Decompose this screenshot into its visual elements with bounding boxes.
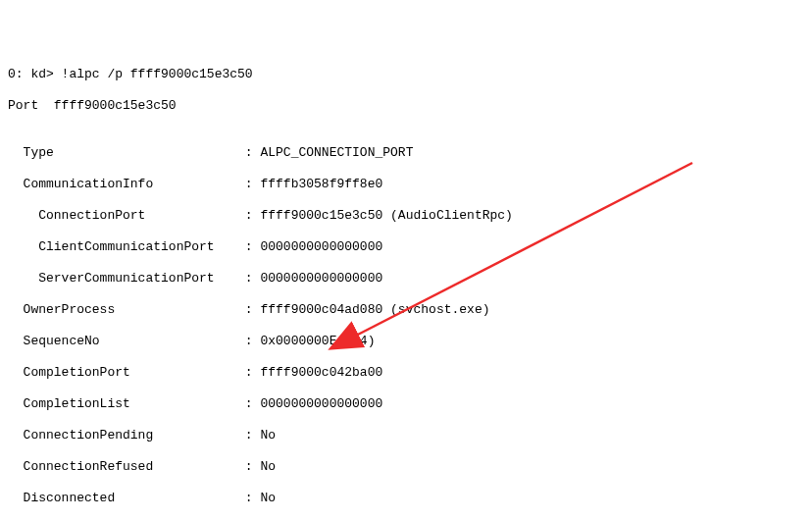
field-row: ServerCommunicationPort : 00000000000000… (8, 271, 804, 287)
field-row: SequenceNo : 0x0000000E (14) (8, 334, 804, 349)
field-row: ConnectionPort : ffff9000c15e3c50 (Audio… (8, 208, 804, 224)
field-label: ClientCommunicationPort (8, 239, 245, 254)
field-row: CompletionList : 0000000000000000 (8, 396, 804, 412)
field-value: : No (245, 491, 276, 505)
field-label: Type (8, 145, 245, 160)
field-row: OwnerProcess : ffff9000c04ad080 (svchost… (8, 302, 804, 318)
field-value: : 0000000000000000 (245, 396, 382, 411)
field-label: CommunicationInfo (8, 177, 245, 191)
field-value: : 0000000000000000 (245, 271, 382, 286)
field-label: OwnerProcess (8, 302, 245, 317)
field-value: : No (245, 428, 276, 443)
field-row: CompletionPort : ffff9000c042ba00 (8, 365, 804, 381)
field-value: : ffffb3058f9ff8e0 (245, 177, 382, 191)
field-value: : ffff9000c15e3c50 (AudioClientRpc) (245, 208, 513, 223)
field-label: ConnectionPort (8, 208, 245, 223)
field-value: : ffff9000c04ad080 (svchost.exe) (245, 302, 490, 317)
field-row: CommunicationInfo : ffffb3058f9ff8e0 (8, 177, 804, 192)
field-label: ServerCommunicationPort (8, 271, 245, 286)
field-value: : ALPC_CONNECTION_PORT (245, 145, 414, 160)
field-label: CompletionList (8, 396, 245, 411)
field-label: SequenceNo (8, 334, 245, 348)
field-row: Disconnected : No (8, 491, 804, 506)
field-row: ConnectionPending : No (8, 428, 804, 443)
field-value: : ffff9000c042ba00 (245, 365, 382, 380)
field-label: ConnectionRefused (8, 459, 245, 474)
field-row: ClientCommunicationPort : 00000000000000… (8, 239, 804, 255)
field-row: ConnectionRefused : No (8, 459, 804, 475)
field-label: ConnectionPending (8, 428, 245, 443)
field-label: CompletionPort (8, 365, 245, 380)
field-value: : 0000000000000000 (245, 239, 382, 254)
field-label: Disconnected (8, 491, 245, 505)
port-line: Port ffff9000c15e3c50 (8, 98, 804, 114)
prompt-line: 0: kd> !alpc /p ffff9000c15e3c50 (8, 67, 804, 82)
field-value: : No (245, 459, 276, 474)
field-value: : 0x0000000E (14) (245, 334, 376, 348)
field-row: Type : ALPC_CONNECTION_PORT (8, 145, 804, 161)
